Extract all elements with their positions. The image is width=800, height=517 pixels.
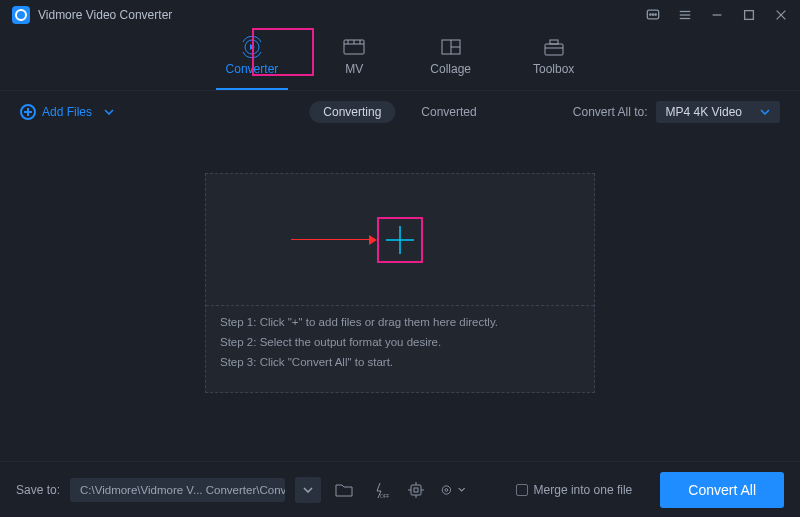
svg-point-3 [655,14,656,15]
chevron-down-icon [303,487,313,493]
svg-marker-12 [250,44,255,50]
toolbar-row: Add Files Converting Converted Convert A… [0,91,800,133]
app-logo-icon [12,6,30,24]
step-1: Step 1: Click "+" to add files or drag t… [220,316,580,328]
menu-icon[interactable] [678,8,692,22]
chevron-down-icon [760,109,770,115]
convert-all-button[interactable]: Convert All [660,472,784,508]
status-tabs: Converting Converted [309,101,490,123]
tab-label: MV [345,62,363,76]
tab-converting[interactable]: Converting [309,101,395,123]
step-3: Step 3: Click "Convert All" to start. [220,356,580,368]
chevron-down-icon [104,109,114,115]
minimize-icon[interactable] [710,8,724,22]
annotation-arrow [291,235,377,245]
plus-circle-icon [20,104,36,120]
chevron-down-icon [458,487,465,492]
hardware-accel-icon[interactable]: OFF [367,477,393,503]
tab-converted[interactable]: Converted [407,101,490,123]
drop-top [206,174,594,306]
tab-mv[interactable]: MV [334,34,374,80]
tab-collage[interactable]: Collage [424,34,477,80]
svg-rect-22 [550,40,558,44]
checkbox-icon [516,484,528,496]
merge-label: Merge into one file [534,483,633,497]
svg-point-2 [652,14,653,15]
processor-icon[interactable] [403,477,429,503]
tab-label: Converter [226,62,279,76]
save-path-field[interactable]: C:\Vidmore\Vidmore V... Converter\Conver… [70,478,285,502]
format-value: MP4 4K Video [666,105,743,119]
svg-rect-29 [411,485,421,495]
add-files-label: Add Files [42,105,92,119]
feedback-icon[interactable] [646,8,660,22]
add-file-plus-button[interactable] [377,217,423,263]
svg-point-1 [650,14,651,15]
tab-toolbox[interactable]: Toolbox [527,34,580,80]
close-icon[interactable] [774,8,788,22]
step-2: Step 2: Select the output format you des… [220,336,580,348]
save-path-dropdown[interactable] [295,477,321,503]
settings-gear-icon[interactable] [439,477,465,503]
svg-point-35 [442,485,450,493]
plus-icon [382,222,418,258]
app-title: Vidmore Video Converter [38,8,172,22]
instruction-steps: Step 1: Click "+" to add files or drag t… [206,306,594,378]
footer-bar: Save to: C:\Vidmore\Vidmore V... Convert… [0,461,800,517]
drop-region[interactable]: Step 1: Click "+" to add files or drag t… [205,173,595,393]
svg-text:OFF: OFF [380,493,389,499]
main-tabs: Converter MV Collage Toolbox [0,30,800,91]
svg-rect-30 [414,488,418,492]
content-area: Step 1: Click "+" to add files or drag t… [0,133,800,393]
tab-label: Collage [430,62,471,76]
format-select[interactable]: MP4 4K Video [656,101,781,123]
svg-point-36 [445,488,448,491]
add-files-button[interactable]: Add Files [20,104,114,120]
tab-label: Toolbox [533,62,574,76]
convert-all-to-label: Convert All to: [573,105,648,119]
svg-rect-21 [545,44,563,55]
svg-rect-8 [745,11,754,20]
save-to-label: Save to: [16,483,60,497]
merge-into-one-file[interactable]: Merge into one file [516,483,633,497]
maximize-icon[interactable] [742,8,756,22]
open-folder-icon[interactable] [331,477,357,503]
tab-converter[interactable]: Converter [220,34,285,80]
titlebar: Vidmore Video Converter [0,0,800,30]
convert-all-to: Convert All to: MP4 4K Video [573,101,780,123]
